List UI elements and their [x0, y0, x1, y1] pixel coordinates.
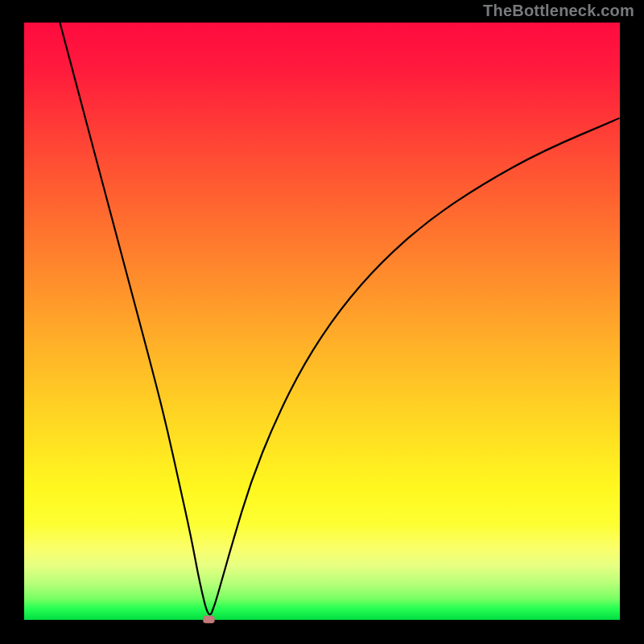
balance-marker	[203, 616, 214, 623]
bottleneck-curve	[60, 23, 620, 614]
curve-overlay	[24, 23, 620, 620]
chart-frame: TheBottleneck.com	[0, 0, 644, 644]
attribution-label: TheBottleneck.com	[483, 2, 634, 20]
